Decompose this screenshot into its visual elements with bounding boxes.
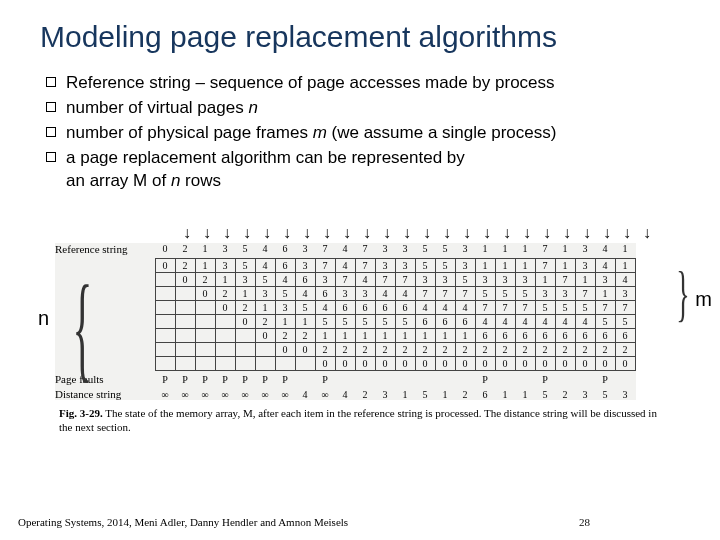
table-cell <box>235 328 255 342</box>
table-cell: 6 <box>575 328 595 342</box>
table-cell: 1 <box>375 328 395 342</box>
table-cell: 3 <box>375 243 395 258</box>
table-cell: 6 <box>415 314 435 328</box>
down-arrow-icon: ↓ <box>497 225 517 241</box>
table-cell: 5 <box>415 385 435 400</box>
row-label <box>55 272 155 286</box>
table-cell <box>195 314 215 328</box>
table-cell: 1 <box>515 243 535 258</box>
row-label <box>55 286 155 300</box>
table-cell: 5 <box>615 314 635 328</box>
table-cell: ∞ <box>315 385 335 400</box>
table-cell: 4 <box>295 385 315 400</box>
table-cell <box>155 328 175 342</box>
bullet-text: a page replacement algorithm can be repr… <box>66 147 680 193</box>
table-cell: 6 <box>495 328 515 342</box>
table-cell: 1 <box>535 272 555 286</box>
table-cell: 0 <box>195 286 215 300</box>
table-cell: 2 <box>515 342 535 356</box>
table-cell: 6 <box>475 328 495 342</box>
down-arrow-icon: ↓ <box>437 225 457 241</box>
bullet-icon <box>46 152 56 162</box>
label-m: m <box>695 288 712 311</box>
table-cell <box>195 356 215 370</box>
table-cell: 4 <box>575 314 595 328</box>
table-cell: 4 <box>295 286 315 300</box>
table-cell: 6 <box>455 314 475 328</box>
row-label <box>55 314 155 328</box>
table-cell: 3 <box>395 243 415 258</box>
table-cell <box>255 342 275 356</box>
table-cell: 3 <box>215 258 235 272</box>
table-cell: 7 <box>415 286 435 300</box>
table-cell: 4 <box>435 300 455 314</box>
row-label <box>55 258 155 272</box>
table-cell: 6 <box>555 328 575 342</box>
table-cell: 6 <box>435 314 455 328</box>
table-cell: 2 <box>235 300 255 314</box>
bullet-item: Reference string – sequence of page acce… <box>46 72 680 95</box>
table-cell: 1 <box>615 258 635 272</box>
table-cell: 5 <box>575 300 595 314</box>
table-cell: 7 <box>335 272 355 286</box>
table-cell: 0 <box>555 356 575 370</box>
table-cell: 3 <box>275 300 295 314</box>
down-arrow-icon: ↓ <box>617 225 637 241</box>
table-cell: 5 <box>255 272 275 286</box>
table-cell: 7 <box>475 300 495 314</box>
table-cell: 7 <box>495 300 515 314</box>
table-cell: 0 <box>155 243 175 258</box>
table-cell: 1 <box>595 286 615 300</box>
table-cell: 4 <box>495 314 515 328</box>
table-cell: 1 <box>255 300 275 314</box>
slide-title: Modeling page replacement algorithms <box>40 20 680 54</box>
table-cell: 6 <box>355 300 375 314</box>
table-cell: 1 <box>415 328 435 342</box>
table-cell: 1 <box>455 328 475 342</box>
table-cell: 6 <box>295 272 315 286</box>
table-cell: 6 <box>515 328 535 342</box>
table-cell <box>515 370 535 385</box>
table-cell: 4 <box>315 300 335 314</box>
table-cell: 7 <box>615 300 635 314</box>
row-label: Distance string <box>55 385 155 400</box>
table-cell: 5 <box>435 258 455 272</box>
table-cell: 5 <box>455 272 475 286</box>
table-cell: 5 <box>595 314 615 328</box>
table-cell: 3 <box>295 258 315 272</box>
table-cell: 0 <box>295 342 315 356</box>
table-cell: 2 <box>175 258 195 272</box>
table-cell: 4 <box>555 314 575 328</box>
table-cell: ∞ <box>195 385 215 400</box>
table-cell: 1 <box>215 272 235 286</box>
table-cell: 6 <box>275 243 295 258</box>
table-cell: ∞ <box>175 385 195 400</box>
table-cell: 2 <box>435 342 455 356</box>
table-cell <box>175 356 195 370</box>
table-cell: 1 <box>195 243 215 258</box>
table-cell: 4 <box>355 272 375 286</box>
table-cell: 2 <box>175 243 195 258</box>
table-cell: P <box>595 370 615 385</box>
table-cell: 2 <box>535 342 555 356</box>
table-cell <box>215 328 235 342</box>
table-cell <box>215 356 235 370</box>
table-cell: 3 <box>215 243 235 258</box>
table-cell: 5 <box>395 314 415 328</box>
table-cell: 3 <box>375 258 395 272</box>
table-cell: 7 <box>355 243 375 258</box>
table-cell: P <box>275 370 295 385</box>
table-cell: 4 <box>255 243 275 258</box>
table-cell: 3 <box>475 272 495 286</box>
down-arrow-icon: ↓ <box>317 225 337 241</box>
table-cell: P <box>195 370 215 385</box>
table-cell: P <box>215 370 235 385</box>
table-cell: 1 <box>395 328 415 342</box>
table-cell: 4 <box>475 314 495 328</box>
down-arrow-icon: ↓ <box>517 225 537 241</box>
table-cell: ∞ <box>275 385 295 400</box>
table-cell: 5 <box>535 300 555 314</box>
down-arrow-icon: ↓ <box>377 225 397 241</box>
table-cell <box>215 314 235 328</box>
table-cell <box>235 342 255 356</box>
